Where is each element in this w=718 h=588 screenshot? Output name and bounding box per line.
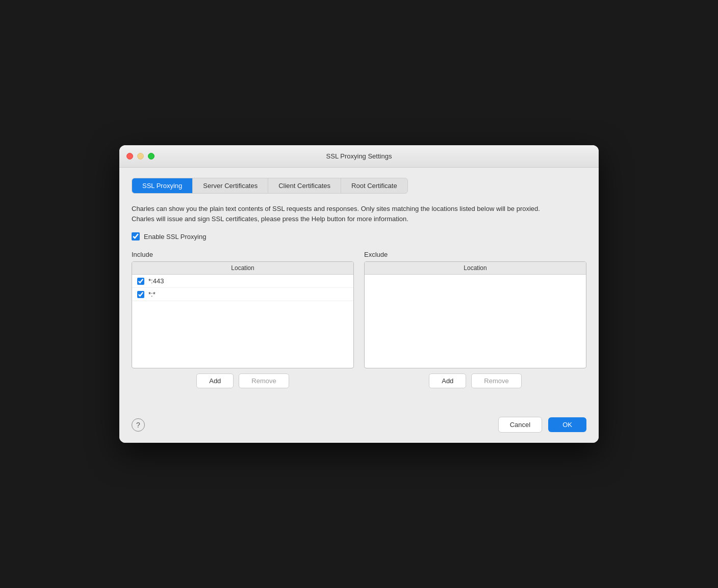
tab-bar: SSL Proxying Server Certificates Client … — [132, 178, 408, 194]
include-row-2-value: *:* — [148, 290, 156, 298]
close-button[interactable] — [126, 153, 133, 159]
exclude-remove-button[interactable]: Remove — [471, 373, 521, 388]
include-table-body: *:443 *:* — [132, 275, 353, 366]
include-add-button[interactable]: Add — [196, 373, 234, 388]
enable-ssl-row: Enable SSL Proxying — [132, 232, 586, 240]
description-text: Charles can show you the plain text cont… — [132, 204, 550, 224]
include-row-1-value: *:443 — [148, 277, 164, 285]
exclude-label: Exclude — [364, 251, 586, 258]
enable-ssl-label: Enable SSL Proxying — [144, 233, 206, 240]
include-remove-button[interactable]: Remove — [239, 373, 289, 388]
maximize-button[interactable] — [148, 153, 155, 159]
tab-ssl-proxying[interactable]: SSL Proxying — [132, 178, 193, 193]
exclude-table: Location — [364, 261, 586, 368]
titlebar: SSL Proxying Settings — [119, 145, 599, 168]
exclude-table-body — [365, 275, 586, 366]
include-section: Include Location *:443 *:* — [132, 251, 354, 388]
help-icon: ? — [136, 421, 140, 429]
tables-area: Include Location *:443 *:* — [132, 251, 586, 388]
ok-button[interactable]: OK — [548, 417, 586, 432]
footer-actions: Cancel OK — [498, 417, 586, 433]
tab-root-certificate[interactable]: Root Certificate — [341, 178, 407, 193]
window-title: SSL Proxying Settings — [326, 152, 392, 160]
include-row-1-checkbox[interactable] — [137, 278, 144, 285]
tab-client-certificates[interactable]: Client Certificates — [268, 178, 341, 193]
main-content: SSL Proxying Server Certificates Client … — [119, 168, 599, 409]
include-buttons: Add Remove — [132, 373, 354, 388]
help-button[interactable]: ? — [132, 418, 145, 432]
footer: ? Cancel OK — [119, 409, 599, 443]
traffic-lights — [126, 153, 155, 159]
enable-ssl-checkbox[interactable] — [132, 232, 140, 240]
main-window: SSL Proxying Settings SSL Proxying Serve… — [119, 145, 599, 443]
include-table: Location *:443 *:* — [132, 261, 354, 368]
include-row-1[interactable]: *:443 — [132, 275, 353, 288]
exclude-section: Exclude Location Add Remove — [364, 251, 586, 388]
include-column-header: Location — [132, 262, 353, 275]
exclude-add-button[interactable]: Add — [429, 373, 466, 388]
include-label: Include — [132, 251, 354, 258]
cancel-button[interactable]: Cancel — [498, 417, 542, 433]
include-row-2[interactable]: *:* — [132, 288, 353, 301]
tab-server-certificates[interactable]: Server Certificates — [193, 178, 268, 193]
exclude-buttons: Add Remove — [364, 373, 586, 388]
exclude-column-header: Location — [365, 262, 586, 275]
include-row-2-checkbox[interactable] — [137, 291, 144, 298]
minimize-button[interactable] — [137, 153, 144, 159]
